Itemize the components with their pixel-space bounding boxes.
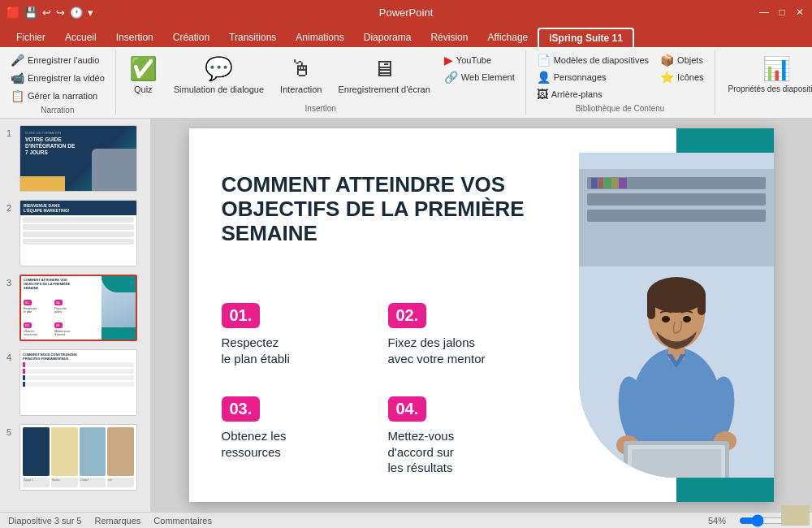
svg-rect-4 [587, 210, 766, 222]
icons-icon: ⭐ [660, 71, 674, 84]
tab-revision[interactable]: Révision [421, 28, 477, 47]
microphone-icon: 🎤 [11, 54, 24, 67]
slide-num-4: 4 [6, 349, 16, 362]
tab-animations[interactable]: Animations [286, 28, 353, 47]
presentation-label: Présentation [722, 102, 812, 113]
svg-rect-15 [698, 291, 706, 315]
notes-button[interactable]: Remarques [95, 516, 141, 526]
tab-creation[interactable]: Création [163, 28, 219, 47]
slide-num-1: 1 [6, 125, 16, 138]
tab-diaporama[interactable]: Diaporama [354, 28, 421, 47]
ribbon-group-presentation: 📊 Propriétés des diapositives 📁 Ressourc… [715, 50, 812, 115]
comments-button[interactable]: Commentaires [153, 516, 212, 526]
powerpoint-icon: 🟥 [6, 6, 19, 19]
minimize-button[interactable]: — [758, 6, 770, 18]
characters-button[interactable]: 👤 Personnages [533, 69, 653, 85]
dialogue-button[interactable]: 💬 Simulation de dialogue [167, 52, 270, 97]
slides-icon: 📄 [537, 54, 551, 67]
svg-rect-7 [604, 178, 611, 188]
slide-canvas: COMMENT ATTEINDRE VOS OBJECTIFS DE LA PR… [189, 128, 774, 502]
maximize-button[interactable]: □ [776, 6, 788, 18]
slide-num-3: 3 [6, 275, 16, 288]
ribbon-group-biblio: 📄 Modèles de diapositives 👤 Personnages … [526, 50, 715, 115]
quiz-icon: ✅ [129, 55, 158, 82]
svg-rect-9 [619, 178, 627, 188]
ribbon-tabs: Fichier Accueil Insertion Création Trans… [0, 24, 812, 47]
slide-photo [579, 153, 774, 478]
link-icon: 🔗 [444, 71, 458, 84]
slide-thumb-1[interactable]: 1 GUIDE DE FORMATION VOTRE GUIDED'INTÉGR… [5, 123, 145, 193]
web-element-button[interactable]: 🔗 Web Element [440, 69, 519, 85]
objects-button[interactable]: 📦 Objets [656, 52, 707, 68]
title-bar: 🟥 💾 ↩ ↪ 🕐 ▾ PowerPoint — □ ✕ [0, 0, 812, 24]
svg-point-17 [683, 316, 691, 322]
svg-rect-5 [591, 178, 598, 188]
biblio-label: Bibliothèque de Contenu [533, 102, 708, 113]
slide-panel: 1 GUIDE DE FORMATION VOTRE GUIDED'INTÉGR… [0, 119, 150, 512]
svg-rect-3 [587, 193, 766, 206]
zoom-level: 54% [708, 516, 726, 526]
slide-num-5: 5 [6, 424, 16, 437]
narration-buttons: 🎤 Enregistrer l'audio 📹 Enregistrer la v… [6, 52, 109, 104]
tab-fichier[interactable]: Fichier [6, 28, 55, 47]
props-icon: 📊 [762, 55, 791, 82]
save-icon[interactable]: 💾 [24, 6, 37, 19]
interaction-button[interactable]: 🖱 Interaction [274, 52, 328, 97]
point-2: 02. Fixez des jalons avec votre mentor [388, 303, 486, 366]
presentation-content: 📊 Propriétés des diapositives 📁 Ressourc… [722, 52, 812, 102]
customize-icon[interactable]: ▾ [88, 6, 93, 19]
biblio-col2: 📦 Objets ⭐ Icônes [656, 52, 707, 85]
main-area: 1 GUIDE DE FORMATION VOTRE GUIDED'INTÉGR… [0, 119, 812, 512]
icons-button[interactable]: ⭐ Icônes [656, 69, 707, 85]
slide-info: Diapositive 3 sur 5 [8, 516, 82, 526]
insertion-label: Insertion [123, 102, 519, 113]
title-bar-left: 🟥 💾 ↩ ↪ 🕐 ▾ [6, 6, 93, 19]
svg-rect-14 [647, 291, 655, 319]
slide-thumb-5[interactable]: 5 Équipe 1 Secteur Contact Info [5, 422, 145, 492]
backgrounds-button[interactable]: 🖼 Arrière-plans [533, 86, 653, 102]
slide-thumb-2[interactable]: 2 BIENVENUE DANSL'ÉQUIPE MARKETING! [5, 198, 145, 268]
svg-rect-24 [632, 449, 721, 478]
point-3-num: 03. [222, 396, 261, 422]
tab-insertion[interactable]: Insertion [106, 28, 163, 47]
slide-thumbnail-1: GUIDE DE FORMATION VOTRE GUIDED'INTÉGRAT… [19, 125, 137, 192]
slide-thumbnail-5: Équipe 1 Secteur Contact Info [19, 424, 137, 491]
video-button[interactable]: 📹 Enregistrer la vidéo [6, 70, 109, 86]
slide-models-button[interactable]: 📄 Modèles de diapositives [533, 52, 653, 68]
slide-thumbnail-2: BIENVENUE DANSL'ÉQUIPE MARKETING! [19, 200, 137, 266]
tab-accueil[interactable]: Accueil [55, 28, 106, 47]
svg-rect-8 [612, 178, 618, 188]
slide-title: COMMENT ATTEINDRE VOS OBJECTIFS DE LA PR… [222, 173, 530, 246]
point-1-num: 01. [222, 303, 261, 328]
youtube-icon: ▶ [444, 54, 453, 67]
point-4-num: 04. [388, 396, 427, 422]
person-icon: 👤 [537, 71, 551, 84]
manage-narration-button[interactable]: 📋 Gérer la narration [6, 88, 109, 104]
redo-icon[interactable]: ↪ [56, 6, 65, 19]
point-4-text: Mettez-vous d'accord sur les résultats [388, 428, 455, 476]
background-icon: 🖼 [537, 88, 548, 101]
audio-button[interactable]: 🎤 Enregistrer l'audio [6, 52, 109, 68]
objects-icon: 📦 [660, 54, 674, 67]
canvas-area: COMMENT ATTEINDRE VOS OBJECTIFS DE LA PR… [150, 119, 812, 512]
slide-thumb-3[interactable]: 3 COMMENT ATTEINDRE VOSOBJECTIFS DE LA P… [5, 273, 145, 343]
svg-point-16 [662, 316, 670, 322]
clipboard-icon: 📋 [11, 89, 24, 102]
title-bar-controls: — □ ✕ [758, 6, 806, 18]
auto-save-icon[interactable]: 🕐 [70, 6, 83, 19]
youtube-button[interactable]: ▶ YouTube [440, 52, 519, 68]
tab-transitions[interactable]: Transitions [219, 28, 286, 47]
tab-ispring[interactable]: iSpring Suite 11 [538, 28, 634, 47]
close-button[interactable]: ✕ [794, 6, 806, 18]
screen-record-button[interactable]: 🖥 Enregistrement d'écran [331, 52, 436, 97]
undo-icon[interactable]: ↩ [42, 6, 51, 19]
slide-props-button[interactable]: 📊 Propriétés des diapositives [722, 52, 812, 97]
quiz-button[interactable]: ✅ Quiz [123, 52, 164, 97]
slide-thumb-4[interactable]: 4 COMMENT NOUS CONSTRUISONSPRINCIPES FON… [5, 348, 145, 418]
tab-affichage[interactable]: Affichage [477, 28, 538, 47]
ribbon-toolbar: 🎤 Enregistrer l'audio 📹 Enregistrer la v… [0, 47, 812, 119]
svg-rect-6 [598, 178, 603, 188]
status-bar: Diapositive 3 sur 5 Remarques Commentair… [0, 512, 812, 528]
interaction-icon: 🖱 [290, 55, 313, 82]
narration-label: Narration [6, 104, 109, 115]
